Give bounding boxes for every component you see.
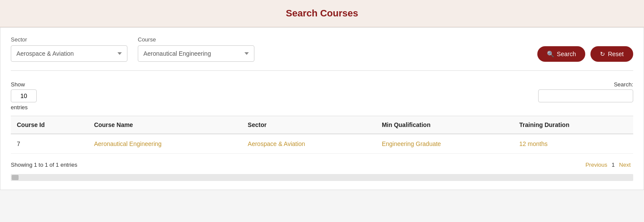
table-row: 7 Aeronautical Engineering Aerospace & A… [11,134,633,154]
search-label: Search: [614,81,633,88]
main-content: Sector Aerospace & Aviation Engineering … [0,27,644,190]
pagination: Previous 1 Next [583,160,633,170]
cell-sector: Aerospace & Aviation [242,134,376,154]
page-header: Search Courses [0,0,644,27]
cell-course-name: Aeronautical Engineering [88,134,242,154]
col-header-sector: Sector [242,116,376,134]
sector-field: Sector Aerospace & Aviation Engineering … [11,36,127,62]
data-table: Course Id Course Name Sector Min Qualifi… [11,116,633,154]
course-field: Course Aeronautical Engineering Aerospac… [138,36,254,62]
show-label: Show [11,81,37,88]
col-header-course-id: Course Id [11,116,88,134]
course-select[interactable]: Aeronautical Engineering Aerospace Syste… [138,45,254,62]
page-number: 1 [610,160,616,170]
button-group: 🔍 Search ↻ Reset [537,46,633,62]
entries-label: entries [11,104,37,111]
filter-row: Sector Aerospace & Aviation Engineering … [11,36,633,71]
col-header-course-name: Course Name [88,116,242,134]
show-entries: Show entries [11,81,37,111]
cell-training-duration: 12 months [513,134,633,154]
table-controls: Show entries Search: [11,81,633,111]
search-icon: 🔍 [547,51,554,57]
cell-min-qualification: Engineering Graduate [376,134,513,154]
col-header-min-qualification: Min Qualification [376,116,513,134]
next-link[interactable]: Next [616,160,633,170]
search-button[interactable]: 🔍 Search [537,46,585,62]
reset-button[interactable]: ↻ Reset [590,46,633,62]
table-search-input[interactable] [538,89,633,102]
scrollbar-area[interactable] [11,174,633,181]
course-label: Course [138,36,254,43]
sector-label: Sector [11,36,127,43]
showing-text: Showing 1 to 1 of 1 entries [11,162,77,168]
cell-course-id: 7 [11,134,88,154]
col-header-training-duration: Training Duration [513,116,633,134]
sector-select[interactable]: Aerospace & Aviation Engineering IT Heal… [11,45,127,62]
show-entries-input[interactable] [11,89,37,102]
table-footer: Showing 1 to 1 of 1 entries Previous 1 N… [11,160,633,170]
table-header-row: Course Id Course Name Sector Min Qualifi… [11,116,633,134]
reset-button-label: Reset [608,51,624,57]
page-title: Search Courses [8,8,636,19]
scrollbar-thumb[interactable] [12,175,19,180]
reset-icon: ↻ [600,51,605,57]
search-button-label: Search [557,51,576,57]
search-control: Search: [538,81,633,102]
previous-link[interactable]: Previous [583,160,610,170]
